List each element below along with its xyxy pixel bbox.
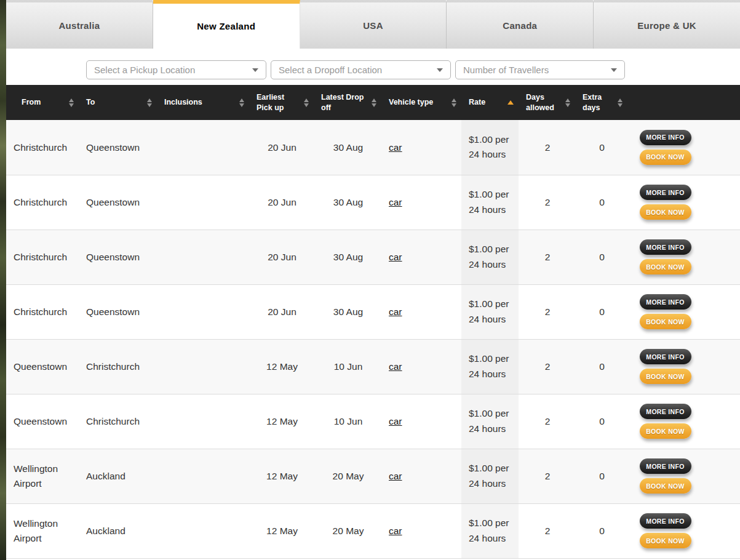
chevron-down-icon: [437, 68, 443, 72]
cell-earliest: 12 May: [249, 394, 314, 449]
column-header-to[interactable]: To: [79, 85, 157, 120]
cell-from: Christchurch: [6, 120, 79, 175]
cell-value: Christchurch: [86, 416, 140, 426]
cell-value: 20 Jun: [268, 306, 296, 317]
book-now-button[interactable]: BOOK NOW: [640, 533, 691, 548]
cell-vehicle: car: [381, 503, 461, 558]
cell-extra: 0: [575, 175, 627, 230]
dropoff-location-placeholder: Select a Dropoff Location: [279, 65, 382, 75]
more-info-button[interactable]: MORE INFO: [640, 239, 691, 255]
vehicle-type-link[interactable]: car: [389, 416, 402, 426]
relocation-rates-table: FromToInclusionsEarliest Pick upLatest D…: [6, 85, 740, 559]
cell-value: 0: [599, 197, 605, 207]
column-header-inclusions[interactable]: Inclusions: [157, 85, 249, 120]
cell-value: Wellington Airport: [14, 518, 58, 543]
vehicle-type-link[interactable]: car: [389, 306, 402, 317]
tab-label: Europe & UK: [637, 20, 696, 31]
more-info-button[interactable]: MORE INFO: [640, 185, 691, 200]
cell-actions: MORE INFOBOOK NOW: [627, 175, 740, 230]
column-label: Earliest Pick up: [257, 92, 301, 113]
more-info-button[interactable]: MORE INFO: [640, 458, 691, 474]
cell-latest: 30 Aug: [314, 175, 381, 230]
vehicle-type-link[interactable]: car: [389, 526, 402, 536]
column-header-rate[interactable]: Rate: [461, 85, 519, 120]
column-header-from[interactable]: From: [6, 85, 79, 120]
column-header-latest[interactable]: Latest Drop off: [314, 85, 381, 120]
vehicle-type-link[interactable]: car: [389, 361, 402, 372]
cell-value: 12 May: [266, 526, 298, 536]
cell-to: Auckland: [79, 503, 157, 558]
tab-usa[interactable]: USA: [300, 0, 447, 49]
cell-value: Auckland: [86, 471, 125, 481]
cell-earliest: 20 Jun: [249, 120, 314, 175]
tab-europe-uk[interactable]: Europe & UK: [594, 0, 740, 49]
column-header-vehicle[interactable]: Vehicle type: [381, 85, 461, 120]
cell-value: 20 Jun: [268, 142, 296, 153]
cell-actions: MORE INFOBOOK NOW: [627, 449, 740, 503]
cell-value: 2: [545, 416, 551, 426]
more-info-button[interactable]: MORE INFO: [640, 294, 691, 310]
cell-days: 2: [519, 503, 575, 558]
dropoff-location-select[interactable]: Select a Dropoff Location: [271, 60, 451, 79]
more-info-button[interactable]: MORE INFO: [640, 349, 691, 364]
more-info-button[interactable]: MORE INFO: [640, 513, 691, 529]
tab-label: Canada: [503, 20, 537, 31]
cell-rate: $1.00 per 24 hours: [461, 175, 519, 230]
vehicle-type-link[interactable]: car: [389, 471, 402, 481]
more-info-button[interactable]: MORE INFO: [640, 130, 691, 145]
cell-extra: 0: [575, 503, 627, 558]
travellers-select[interactable]: Number of Travellers: [455, 60, 625, 79]
cell-actions: MORE INFOBOOK NOW: [627, 230, 740, 284]
sort-both-icon: [565, 98, 570, 107]
cell-value: Auckland: [86, 526, 125, 536]
cell-value: Christchurch: [14, 197, 67, 207]
cell-rate: $1.00 per 24 hours: [461, 120, 519, 175]
travellers-placeholder: Number of Travellers: [463, 65, 549, 75]
pickup-location-select[interactable]: Select a Pickup Location: [86, 60, 266, 79]
cell-value: 0: [599, 306, 605, 317]
cell-value: $1.00 per 24 hours: [469, 244, 509, 269]
book-now-button[interactable]: BOOK NOW: [640, 369, 691, 384]
cell-from: Christchurch: [6, 284, 79, 339]
column-header-actions: [627, 85, 740, 120]
book-now-button[interactable]: BOOK NOW: [640, 150, 691, 165]
cell-value: $1.00 per 24 hours: [469, 463, 509, 488]
column-label: Extra days: [583, 92, 615, 113]
cell-to: Christchurch: [79, 339, 157, 394]
cell-value: 30 Aug: [333, 197, 363, 207]
cell-inclusions: [157, 449, 249, 503]
table-header-row: FromToInclusionsEarliest Pick upLatest D…: [6, 85, 740, 120]
column-header-days[interactable]: Days allowed: [519, 85, 575, 120]
sort-both-icon: [304, 98, 309, 107]
cell-value: Queenstown: [86, 142, 140, 153]
tab-label: USA: [363, 20, 383, 31]
pickup-location-placeholder: Select a Pickup Location: [94, 65, 195, 75]
vehicle-type-link[interactable]: car: [389, 252, 402, 262]
book-now-button[interactable]: BOOK NOW: [640, 423, 691, 439]
column-header-extra[interactable]: Extra days: [575, 85, 627, 120]
book-now-button[interactable]: BOOK NOW: [640, 314, 691, 329]
table-row: ChristchurchQueenstown20 Jun30 Augcar$1.…: [6, 230, 740, 284]
table-row: QueenstownChristchurch12 May10 Juncar$1.…: [6, 339, 740, 394]
cell-earliest: 12 May: [249, 339, 314, 394]
cell-days: 2: [519, 230, 575, 284]
table-row: Wellington AirportAuckland12 May20 Mayca…: [6, 449, 740, 503]
cell-from: Christchurch: [6, 230, 79, 284]
filter-row: Select a Pickup Location Select a Dropof…: [86, 60, 740, 79]
cell-days: 2: [519, 175, 575, 230]
column-header-earliest[interactable]: Earliest Pick up: [249, 85, 314, 120]
tab-australia[interactable]: Australia: [6, 0, 153, 49]
tab-new-zealand[interactable]: New Zealand: [153, 0, 300, 49]
book-now-button[interactable]: BOOK NOW: [640, 478, 691, 494]
tab-canada[interactable]: Canada: [447, 0, 594, 49]
country-tabbar: AustraliaNew ZealandUSACanadaEurope & UK: [6, 0, 740, 49]
book-now-button[interactable]: BOOK NOW: [640, 259, 691, 274]
action-buttons: MORE INFOBOOK NOW: [635, 402, 696, 441]
more-info-button[interactable]: MORE INFO: [640, 404, 691, 419]
main-content: AustraliaNew ZealandUSACanadaEurope & UK…: [6, 0, 740, 559]
book-now-button[interactable]: BOOK NOW: [640, 204, 691, 220]
action-buttons: MORE INFOBOOK NOW: [635, 127, 696, 167]
vehicle-type-link[interactable]: car: [389, 197, 402, 207]
cell-to: Auckland: [79, 449, 157, 503]
vehicle-type-link[interactable]: car: [389, 142, 402, 153]
